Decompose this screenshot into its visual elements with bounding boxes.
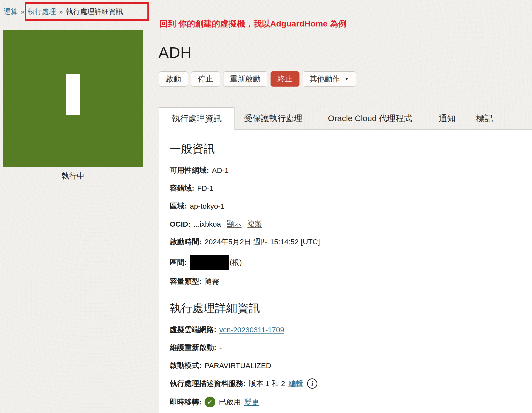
live-migration-row: 即時移轉: ✓ 已啟用 變更 — [170, 397, 522, 407]
ocid-row: OCID: ...ixbkoa 顯示 複製 — [170, 219, 522, 229]
breadcrumb-separator: » — [21, 8, 24, 16]
field-label: 容量類型: — [170, 276, 202, 286]
annotation-text: 回到 你的創建的虛擬機，我以AdguardHome 為例 — [159, 18, 347, 29]
running-bar-icon — [66, 74, 80, 115]
field-label: 執行處理描述資料服務: — [170, 379, 246, 389]
field-label: 區間: — [170, 258, 187, 268]
redacted-compartment-value — [190, 255, 229, 270]
vcn-link[interactable]: vcn-20230311-1709 — [219, 326, 284, 334]
breadcrumb: 運算 » 執行處理 » 執行處理詳細資訊 — [3, 7, 123, 17]
start-button[interactable]: 啟動 — [159, 71, 188, 87]
info-icon[interactable]: i — [307, 378, 317, 389]
field-value: 版本 1 和 2 — [249, 379, 285, 389]
availability-domain-row: 可用性網域: AD-1 — [170, 165, 522, 175]
breadcrumb-compute-link[interactable]: 運算 — [3, 7, 18, 17]
reboot-button[interactable]: 重新啟動 — [223, 71, 267, 87]
stop-button[interactable]: 停止 — [191, 71, 220, 87]
check-circle-icon: ✓ — [205, 397, 215, 407]
vcn-row: 虛擬雲端網路: vcn-20230311-1709 — [170, 325, 522, 335]
field-label: 可用性網域: — [170, 165, 209, 175]
field-value: 2024年5月2日 週四 15:14:52 [UTC] — [205, 237, 320, 247]
field-label: 區域: — [170, 201, 187, 211]
capacity-type-row: 容量類型: 隨需 — [170, 276, 522, 286]
breadcrumb-current-page: 執行處理詳細資訊 — [66, 7, 123, 17]
tab-notifications[interactable]: 通知 — [439, 107, 455, 129]
maintenance-reboot-row: 維護重新啟動: - — [170, 343, 522, 353]
breadcrumb-separator: » — [59, 8, 63, 16]
action-buttons: 啟動 停止 重新啟動 終止 其他動作 ▼ — [159, 71, 356, 87]
breadcrumb-instances-link[interactable]: 執行處理 — [27, 7, 56, 17]
launch-mode-row: 啟動模式: PARAVIRTUALIZED — [170, 361, 522, 371]
field-label: OCID: — [170, 220, 191, 228]
field-value: ap-tokyo-1 — [190, 202, 225, 210]
instance-status-card — [3, 30, 143, 167]
live-migration-change-link[interactable]: 變更 — [244, 397, 259, 407]
page-title: ADH — [158, 44, 192, 61]
terminate-button[interactable]: 終止 — [271, 71, 299, 87]
instance-info-panel: 一般資訊 可用性網域: AD-1 容錯域: FD-1 區域: ap-tokyo-… — [159, 129, 532, 413]
region-row: 區域: ap-tokyo-1 — [170, 201, 522, 211]
field-value: 隨需 — [205, 276, 219, 286]
field-label: 維護重新啟動: — [170, 343, 216, 353]
instance-detail-page: 運算 » 執行處理 » 執行處理詳細資訊 回到 你的創建的虛擬機，我以Adgua… — [0, 0, 532, 413]
general-info-heading: 一般資訊 — [170, 141, 522, 156]
ocid-copy-link[interactable]: 複製 — [247, 219, 262, 229]
tab-oracle-cloud-agent[interactable]: Oracle Cloud 代理程式 — [328, 107, 412, 129]
field-value: PARAVIRTUALIZED — [205, 361, 271, 370]
field-value: AD-1 — [212, 166, 229, 175]
launch-time-row: 啟動時間: 2024年5月2日 週四 15:14:52 [UTC] — [170, 237, 522, 247]
field-value: FD-1 — [197, 184, 214, 193]
metadata-edit-link[interactable]: 編輯 — [288, 379, 303, 389]
field-label: 啟動模式: — [170, 361, 202, 371]
chevron-down-icon: ▼ — [344, 76, 349, 82]
ocid-show-link[interactable]: 顯示 — [227, 219, 242, 229]
field-value: 已啟用 — [219, 397, 241, 407]
more-actions-label: 其他動作 — [310, 74, 340, 84]
status-label: 執行中 — [3, 171, 143, 181]
instance-details-heading: 執行處理詳細資訊 — [170, 301, 522, 316]
field-value: - — [219, 344, 222, 352]
ocid-value: ...ixbkoa — [194, 220, 221, 228]
tab-tags[interactable]: 標記 — [476, 107, 493, 129]
compartment-row: 區間: (根) — [170, 255, 522, 270]
fault-domain-row: 容錯域: FD-1 — [170, 183, 522, 193]
field-label: 即時移轉: — [170, 397, 202, 407]
more-actions-button[interactable]: 其他動作 ▼ — [303, 71, 356, 87]
metadata-service-row: 執行處理描述資料服務: 版本 1 和 2 編輯 i — [170, 378, 522, 389]
field-label: 容錯域: — [170, 183, 194, 193]
field-label: 啟動時間: — [170, 237, 202, 247]
field-label: 虛擬雲端網路: — [170, 325, 216, 335]
tab-shielded-instance[interactable]: 受保護執行處理 — [244, 107, 302, 129]
compartment-suffix: (根) — [230, 258, 242, 268]
tab-instance-info[interactable]: 執行處理資訊 — [159, 107, 234, 129]
